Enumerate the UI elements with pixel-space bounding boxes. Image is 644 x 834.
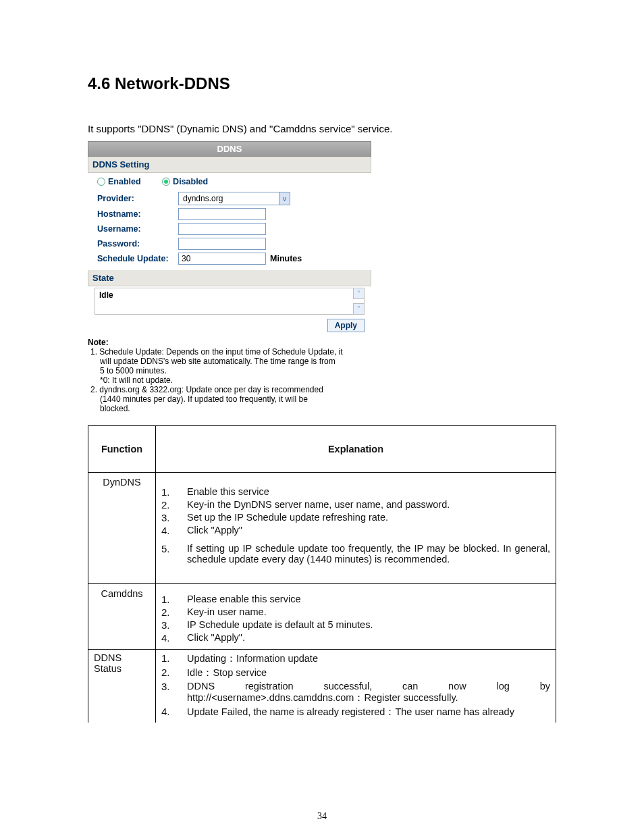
- password-label: Password:: [97, 239, 178, 249]
- radio-icon: [97, 178, 105, 186]
- hostname-input[interactable]: [178, 208, 266, 220]
- schedule-unit: Minutes: [270, 254, 302, 263]
- provider-value: dyndns.org: [179, 192, 279, 205]
- scroll-down-icon[interactable]: ˅: [353, 303, 364, 314]
- enabled-label: Enabled: [108, 177, 141, 186]
- note-line: *0: It will not update.: [100, 375, 371, 385]
- ddns-panel: DDNS DDNS Setting Enabled Disabled Provi…: [88, 141, 371, 413]
- func-dyndns: DynDNS: [88, 473, 156, 584]
- list-item: IP Schedule update is default at 5 minut…: [187, 619, 550, 631]
- schedule-input[interactable]: [178, 253, 266, 265]
- apply-button[interactable]: Apply: [327, 319, 365, 332]
- list-item: Set up the IP Schedule update refreshing…: [187, 512, 550, 523]
- note-line: 5 to 5000 minutes.: [100, 366, 371, 375]
- func-camddns: Camddns: [88, 584, 156, 650]
- note-line: blocked.: [100, 404, 371, 413]
- col-function: Function: [88, 426, 156, 473]
- list-item: Enable this service: [187, 486, 550, 498]
- scroll-up-icon[interactable]: ˄: [353, 288, 364, 299]
- note-block: Note: 1. Schedule Update: Depends on the…: [88, 338, 371, 413]
- note-line: 1. Schedule Update: Depends on the input…: [90, 347, 371, 357]
- explanation-table: Function Explanation DynDNS 1.Enable thi…: [88, 425, 556, 723]
- section-ddns-setting: DDNS Setting: [88, 157, 371, 173]
- radio-icon: [162, 178, 170, 186]
- func-ddns-status: DDNS Status: [88, 650, 156, 723]
- state-box: Idle ˄ ˅: [95, 288, 365, 315]
- panel-title: DDNS: [88, 141, 371, 157]
- note-head: Note:: [88, 338, 371, 347]
- note-line: 2. dyndns.org & 3322.org: Update once pe…: [90, 385, 371, 394]
- expl-camddns: 1.Please enable this service 2.Key-in us…: [156, 584, 556, 650]
- hostname-label: Hostname:: [97, 209, 178, 219]
- list-item: Key-in the DynDNS server name, user name…: [187, 499, 550, 511]
- list-item: Update Failed, the name is already regis…: [187, 706, 550, 719]
- col-explanation: Explanation: [156, 426, 556, 473]
- enabled-radio[interactable]: Enabled: [97, 177, 141, 186]
- expl-dyndns: 1.Enable this service 2.Key-in the DynDN…: [156, 473, 556, 584]
- expl-ddns-status: 1.Updating：Information update 2.Idle：Sto…: [156, 650, 556, 723]
- list-item: Click "Apply": [187, 525, 550, 536]
- disabled-radio[interactable]: Disabled: [162, 177, 208, 186]
- state-text: Idle: [95, 288, 364, 302]
- username-label: Username:: [97, 224, 178, 234]
- list-item: Please enable this service: [187, 594, 550, 605]
- provider-select[interactable]: dyndns.org v: [178, 192, 290, 205]
- list-item: Updating：Information update: [187, 652, 550, 665]
- list-item: Click "Apply".: [187, 632, 550, 644]
- section-state: State: [88, 270, 371, 286]
- password-input[interactable]: [178, 238, 266, 250]
- schedule-label: Schedule Update:: [97, 254, 178, 263]
- chevron-down-icon[interactable]: v: [279, 192, 290, 205]
- page-number: 34: [0, 811, 644, 822]
- list-item: DDNS registration successful, can now lo…: [187, 681, 550, 704]
- list-item: Key-in user name.: [187, 606, 550, 618]
- list-item: If setting up IP schedule update too fre…: [187, 543, 550, 565]
- username-input[interactable]: [178, 223, 266, 235]
- provider-label: Provider:: [97, 194, 178, 203]
- intro-text: It supports "DDNS" (Dynamic DNS) and "Ca…: [88, 123, 556, 134]
- note-line: will update DDNS's web site automaticall…: [100, 357, 371, 366]
- disabled-label: Disabled: [173, 177, 208, 186]
- list-item: Idle：Stop service: [187, 667, 550, 679]
- note-line: (1440 minutes per day). If updated too f…: [100, 394, 371, 404]
- page-heading: 4.6 Network-DDNS: [88, 74, 556, 93]
